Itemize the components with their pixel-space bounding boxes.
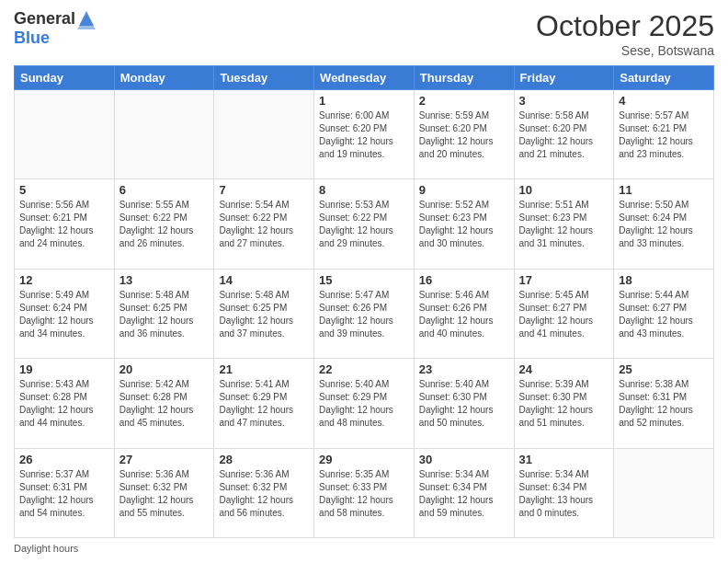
calendar-cell: 6Sunrise: 5:55 AM Sunset: 6:22 PM Daylig… — [114, 179, 214, 269]
day-info: Sunrise: 5:41 AM Sunset: 6:29 PM Dayligh… — [219, 378, 309, 430]
logo-general-text: General — [14, 10, 75, 29]
day-number: 20 — [119, 362, 210, 376]
day-number: 7 — [219, 183, 309, 197]
day-info: Sunrise: 5:39 AM Sunset: 6:30 PM Dayligh… — [519, 378, 609, 430]
page: General Blue October 2025 Sese, Botswana… — [0, 0, 728, 563]
day-info: Sunrise: 6:00 AM Sunset: 6:20 PM Dayligh… — [319, 109, 409, 161]
day-info: Sunrise: 5:55 AM Sunset: 6:22 PM Dayligh… — [119, 199, 210, 250]
calendar-cell: 30Sunrise: 5:34 AM Sunset: 6:34 PM Dayli… — [414, 448, 514, 537]
calendar-table: SundayMondayTuesdayWednesdayThursdayFrid… — [14, 65, 714, 538]
day-number: 2 — [419, 94, 509, 108]
calendar-cell: 21Sunrise: 5:41 AM Sunset: 6:29 PM Dayli… — [214, 359, 314, 448]
month-title: October 2025 — [536, 9, 714, 43]
title-block: October 2025 Sese, Botswana — [536, 9, 714, 58]
daylight-hours-label: Daylight hours — [14, 543, 78, 554]
day-number: 9 — [419, 183, 509, 197]
calendar-cell: 17Sunrise: 5:45 AM Sunset: 6:27 PM Dayli… — [514, 269, 614, 358]
calendar-cell: 23Sunrise: 5:40 AM Sunset: 6:30 PM Dayli… — [414, 359, 514, 448]
footer: Daylight hours — [14, 543, 714, 554]
day-info: Sunrise: 5:40 AM Sunset: 6:30 PM Dayligh… — [419, 378, 509, 430]
day-number: 3 — [519, 94, 609, 108]
day-number: 29 — [319, 453, 409, 466]
day-number: 10 — [519, 183, 609, 197]
day-number: 31 — [519, 453, 609, 466]
day-number: 19 — [19, 362, 109, 376]
calendar-cell: 10Sunrise: 5:51 AM Sunset: 6:23 PM Dayli… — [514, 179, 614, 269]
calendar-cell: 2Sunrise: 5:59 AM Sunset: 6:20 PM Daylig… — [414, 90, 514, 179]
calendar-day-header: Saturday — [614, 66, 714, 90]
day-info: Sunrise: 5:57 AM Sunset: 6:21 PM Dayligh… — [619, 109, 709, 161]
calendar-cell: 16Sunrise: 5:46 AM Sunset: 6:26 PM Dayli… — [414, 269, 514, 358]
logo-icon — [77, 9, 96, 29]
day-number: 26 — [19, 453, 109, 466]
day-info: Sunrise: 5:54 AM Sunset: 6:22 PM Dayligh… — [219, 199, 309, 250]
calendar-week-row: 1Sunrise: 6:00 AM Sunset: 6:20 PM Daylig… — [15, 90, 714, 179]
day-info: Sunrise: 5:34 AM Sunset: 6:34 PM Dayligh… — [519, 468, 609, 520]
calendar-cell: 12Sunrise: 5:49 AM Sunset: 6:24 PM Dayli… — [15, 269, 115, 358]
calendar-week-row: 12Sunrise: 5:49 AM Sunset: 6:24 PM Dayli… — [15, 269, 714, 358]
day-number: 23 — [419, 362, 509, 376]
calendar-cell: 24Sunrise: 5:39 AM Sunset: 6:30 PM Dayli… — [514, 359, 614, 448]
calendar-cell: 31Sunrise: 5:34 AM Sunset: 6:34 PM Dayli… — [514, 448, 614, 537]
calendar-cell: 11Sunrise: 5:50 AM Sunset: 6:24 PM Dayli… — [614, 179, 714, 269]
day-info: Sunrise: 5:46 AM Sunset: 6:26 PM Dayligh… — [419, 289, 509, 340]
calendar-cell: 14Sunrise: 5:48 AM Sunset: 6:25 PM Dayli… — [214, 269, 314, 358]
calendar-week-row: 5Sunrise: 5:56 AM Sunset: 6:21 PM Daylig… — [15, 179, 714, 269]
day-number: 27 — [119, 453, 210, 466]
calendar-day-header: Friday — [514, 66, 614, 90]
day-number: 30 — [419, 453, 509, 466]
calendar-cell: 3Sunrise: 5:58 AM Sunset: 6:20 PM Daylig… — [514, 90, 614, 179]
day-info: Sunrise: 5:34 AM Sunset: 6:34 PM Dayligh… — [419, 468, 509, 520]
calendar-cell: 28Sunrise: 5:36 AM Sunset: 6:32 PM Dayli… — [214, 448, 314, 537]
day-number: 4 — [619, 94, 709, 108]
logo-blue-text: Blue — [14, 29, 50, 48]
day-info: Sunrise: 5:35 AM Sunset: 6:33 PM Dayligh… — [319, 468, 409, 520]
calendar-cell — [214, 90, 314, 179]
calendar-cell: 27Sunrise: 5:36 AM Sunset: 6:32 PM Dayli… — [114, 448, 214, 537]
calendar-cell: 13Sunrise: 5:48 AM Sunset: 6:25 PM Dayli… — [114, 269, 214, 358]
calendar-day-header: Tuesday — [214, 66, 314, 90]
day-number: 28 — [219, 453, 309, 466]
day-info: Sunrise: 5:52 AM Sunset: 6:23 PM Dayligh… — [419, 199, 509, 250]
day-info: Sunrise: 5:51 AM Sunset: 6:23 PM Dayligh… — [519, 199, 609, 250]
calendar-cell: 7Sunrise: 5:54 AM Sunset: 6:22 PM Daylig… — [214, 179, 314, 269]
day-info: Sunrise: 5:44 AM Sunset: 6:27 PM Dayligh… — [619, 289, 709, 340]
day-number: 6 — [119, 183, 210, 197]
calendar-cell: 4Sunrise: 5:57 AM Sunset: 6:21 PM Daylig… — [614, 90, 714, 179]
day-info: Sunrise: 5:42 AM Sunset: 6:28 PM Dayligh… — [119, 378, 210, 430]
day-number: 1 — [319, 94, 409, 108]
day-number: 8 — [319, 183, 409, 197]
header: General Blue October 2025 Sese, Botswana — [14, 9, 714, 58]
day-number: 14 — [219, 273, 309, 287]
day-info: Sunrise: 5:38 AM Sunset: 6:31 PM Dayligh… — [619, 378, 709, 430]
day-number: 25 — [619, 362, 709, 376]
day-number: 15 — [319, 273, 409, 287]
calendar-cell: 5Sunrise: 5:56 AM Sunset: 6:21 PM Daylig… — [15, 179, 115, 269]
calendar-day-header: Sunday — [15, 66, 115, 90]
calendar-cell: 15Sunrise: 5:47 AM Sunset: 6:26 PM Dayli… — [314, 269, 415, 358]
day-info: Sunrise: 5:58 AM Sunset: 6:20 PM Dayligh… — [519, 109, 609, 161]
calendar-header-row: SundayMondayTuesdayWednesdayThursdayFrid… — [15, 66, 714, 90]
day-number: 5 — [19, 183, 109, 197]
calendar-week-row: 26Sunrise: 5:37 AM Sunset: 6:31 PM Dayli… — [15, 448, 714, 537]
day-info: Sunrise: 5:47 AM Sunset: 6:26 PM Dayligh… — [319, 289, 409, 340]
calendar-cell: 22Sunrise: 5:40 AM Sunset: 6:29 PM Dayli… — [314, 359, 415, 448]
calendar-day-header: Wednesday — [314, 66, 415, 90]
calendar-cell: 19Sunrise: 5:43 AM Sunset: 6:28 PM Dayli… — [15, 359, 115, 448]
day-number: 16 — [419, 273, 509, 287]
day-info: Sunrise: 5:59 AM Sunset: 6:20 PM Dayligh… — [419, 109, 509, 161]
calendar-cell: 25Sunrise: 5:38 AM Sunset: 6:31 PM Dayli… — [614, 359, 714, 448]
day-info: Sunrise: 5:43 AM Sunset: 6:28 PM Dayligh… — [19, 378, 109, 430]
day-number: 12 — [19, 273, 109, 287]
calendar-cell — [114, 90, 214, 179]
calendar-week-row: 19Sunrise: 5:43 AM Sunset: 6:28 PM Dayli… — [15, 359, 714, 448]
day-info: Sunrise: 5:36 AM Sunset: 6:32 PM Dayligh… — [219, 468, 309, 520]
day-number: 18 — [619, 273, 709, 287]
calendar-day-header: Thursday — [414, 66, 514, 90]
location: Sese, Botswana — [536, 43, 714, 58]
svg-marker-1 — [77, 15, 96, 29]
calendar-cell: 1Sunrise: 6:00 AM Sunset: 6:20 PM Daylig… — [314, 90, 415, 179]
day-number: 21 — [219, 362, 309, 376]
day-info: Sunrise: 5:49 AM Sunset: 6:24 PM Dayligh… — [19, 289, 109, 340]
day-info: Sunrise: 5:53 AM Sunset: 6:22 PM Dayligh… — [319, 199, 409, 250]
